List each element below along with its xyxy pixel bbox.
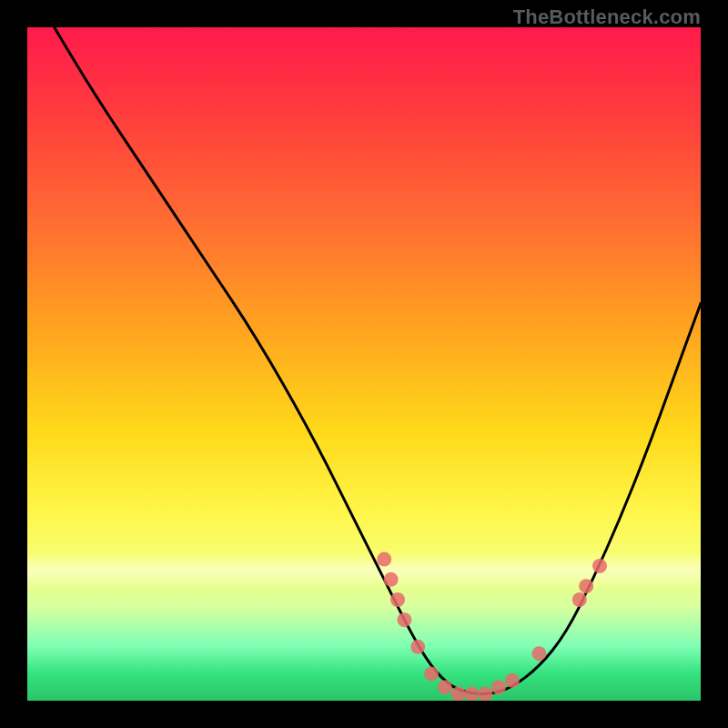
bottleneck-curve (55, 27, 701, 694)
chart-frame (27, 27, 701, 701)
marker-cluster-left-low (410, 640, 425, 654)
marker-cluster-right-mid (572, 592, 587, 607)
marker-cluster-right-upper (592, 559, 607, 573)
marker-cluster-left-mid (390, 592, 405, 607)
marker-valley-5 (478, 687, 492, 701)
chart-svg (27, 27, 701, 701)
chart-markers (377, 552, 607, 701)
marker-cluster-left-upper2 (384, 572, 399, 587)
marker-valley-2 (438, 680, 452, 694)
marker-valley-6 (491, 680, 506, 694)
marker-valley-7 (505, 673, 520, 688)
marker-cluster-left-mid2 (397, 612, 411, 627)
marker-cluster-right-low (531, 646, 546, 661)
marker-valley-1 (424, 666, 439, 681)
marker-valley-4 (464, 687, 479, 701)
marker-valley-3 (451, 687, 466, 701)
marker-cluster-left-upper (377, 552, 391, 567)
watermark-text: TheBottleneck.com (513, 5, 701, 29)
marker-cluster-right-mid2 (579, 579, 593, 593)
